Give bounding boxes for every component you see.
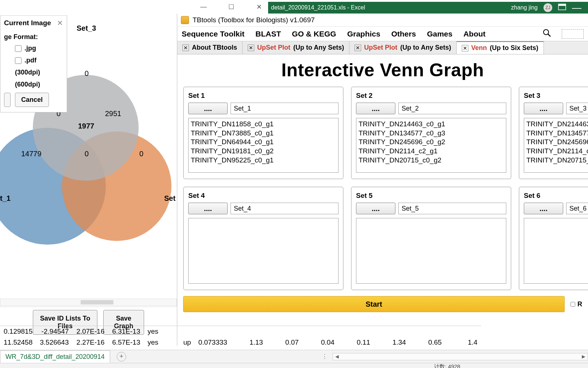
drop-area[interactable] [562, 29, 584, 39]
minimize-icon[interactable]: — [572, 2, 581, 14]
set-list-textarea[interactable] [356, 218, 506, 284]
cell[interactable]: -2.94547 [36, 326, 72, 337]
close-icon[interactable]: ✕ [252, 3, 266, 11]
tab-label: (Up to Any Sets) [293, 44, 344, 51]
set-name-label: Set 5 [356, 192, 506, 200]
browse-button[interactable]: .... [524, 203, 563, 214]
cell[interactable]: up [180, 337, 195, 348]
format-jpg-option[interactable]: .jpg [15, 45, 63, 52]
cell[interactable]: 6.57E-13 [108, 337, 144, 348]
tbtools-title: TBtools (Toolbox for Biologists) v1.0697 [193, 16, 315, 24]
set-name-input[interactable] [398, 103, 506, 114]
tab-venn[interactable]: ✕ Venn (Up to Six Sets) [457, 41, 544, 54]
svg-line-6 [548, 34, 550, 37]
cell[interactable]: 11.52458 [0, 337, 36, 348]
scroll-right-icon[interactable]: ► [580, 353, 588, 360]
browse-button[interactable]: .... [188, 103, 228, 114]
venn-value-23: 2951 [105, 110, 121, 118]
split-handle[interactable]: ⋮ [322, 353, 333, 360]
close-icon[interactable]: ✕ [57, 19, 63, 27]
table-row[interactable]: 0.129815 -2.94547 2.07E-16 6.31E-13 yes [0, 326, 481, 337]
browse-button[interactable]: .... [188, 203, 228, 214]
set-name-input[interactable] [231, 103, 339, 114]
cell[interactable]: 0.11 [338, 337, 374, 348]
svg-point-2 [0, 128, 106, 245]
set-name-label: Set 1 [188, 92, 339, 100]
close-icon[interactable]: ✕ [355, 45, 361, 51]
cell[interactable]: yes [144, 326, 180, 337]
horizontal-scrollbar[interactable]: ◄ ► [333, 353, 588, 360]
excel-username: zhang jing [511, 4, 538, 11]
r-option[interactable]: R [570, 300, 582, 308]
jpg-label: .jpg [24, 45, 36, 52]
cell[interactable]: 0.04 [302, 337, 338, 348]
cell[interactable]: 0.65 [410, 337, 445, 348]
menu-sequence-toolkit[interactable]: Sequence Toolkit [182, 30, 244, 38]
add-sheet-button[interactable]: + [117, 352, 126, 361]
start-button[interactable]: Start [183, 296, 565, 312]
maximize-icon[interactable]: ☐ [225, 3, 238, 11]
menu-games[interactable]: Games [427, 30, 452, 38]
tab-about-tbtools[interactable]: ✕ About TBtools [177, 41, 243, 54]
menu-others[interactable]: Others [391, 30, 416, 38]
cell[interactable]: yes [144, 337, 180, 348]
menu-graphics[interactable]: Graphics [347, 30, 380, 38]
set-name-input[interactable] [566, 203, 588, 214]
set-name-input[interactable] [231, 203, 339, 214]
set-list-textarea[interactable]: TRINITY_DN11858_c0_g1 TRINITY_DN73885_c0… [188, 118, 339, 173]
ok-button-partial[interactable] [4, 93, 11, 107]
cell[interactable]: 0.129815 [0, 326, 36, 337]
set-name-input[interactable] [398, 203, 506, 214]
set-panel-5: Set 5 .... [351, 187, 511, 290]
set-list-textarea[interactable]: TRINITY_DN214463_c0_g1 TRINITY_DN134577_… [356, 118, 506, 173]
tab-label: (Up to Any Sets) [400, 44, 451, 51]
cell[interactable]: 2.07E-16 [73, 326, 108, 337]
close-icon[interactable]: ✕ [182, 45, 189, 51]
table-row[interactable]: 11.52458 3.526643 2.27E-16 6.57E-13 yes … [0, 337, 481, 348]
close-icon[interactable]: ✕ [248, 45, 254, 51]
menu-go-kegg[interactable]: GO & KEGG [292, 30, 336, 38]
venn-page: Interactive Venn Graph Set 1 .... TRINIT… [177, 54, 588, 315]
set-name-input[interactable] [566, 103, 588, 114]
jpg-checkbox[interactable] [15, 45, 22, 52]
menu-about[interactable]: About [463, 30, 486, 38]
scroll-left-icon[interactable]: ◄ [333, 353, 341, 360]
close-icon[interactable]: ✕ [462, 45, 468, 51]
tab-upset-plot-1[interactable]: ✕ UpSet Plot (Up to Any Sets) [243, 41, 349, 54]
pdf-checkbox[interactable] [15, 57, 22, 64]
sheet-tab[interactable]: WR_7d&3D_diff_detail_20200914 [0, 350, 110, 363]
ribbon-options-icon[interactable] [558, 4, 566, 12]
cell[interactable]: 0.07 [267, 337, 302, 348]
cell[interactable]: 2.27E-16 [73, 337, 108, 348]
cell[interactable]: 3.526643 [36, 337, 72, 348]
status-count: 计数: 4928 [434, 363, 460, 368]
venn-label-set2: Set [164, 194, 175, 203]
horizontal-scrollbar[interactable] [0, 299, 177, 306]
svg-point-5 [543, 30, 549, 35]
set-list-textarea[interactable]: TRINITY_DN214463_c0_ TRINITY_DN134577_c0… [524, 118, 588, 173]
browse-button[interactable]: .... [356, 103, 395, 114]
cell[interactable]: 6.31E-13 [108, 326, 144, 337]
cell[interactable]: 1.34 [374, 337, 410, 348]
tabs-row: ✕ About TBtools ✕ UpSet Plot (Up to Any … [177, 41, 588, 54]
cell[interactable]: 0.073333 [195, 337, 231, 348]
tab-label: About TBtools [192, 44, 237, 51]
cell[interactable]: 1.13 [231, 337, 267, 348]
cell[interactable]: 1.4 [445, 337, 481, 348]
set-list-textarea[interactable] [188, 218, 339, 284]
browse-button[interactable]: .... [356, 203, 395, 214]
menu-blast[interactable]: BLAST [255, 30, 281, 38]
tab-label-red: UpSet Plot [364, 44, 397, 51]
user-avatar[interactable]: ZJ [543, 3, 552, 12]
format-pdf-option[interactable]: .pdf [15, 57, 63, 64]
set-list-textarea[interactable] [524, 218, 588, 284]
svg-point-3 [62, 131, 171, 241]
search-icon[interactable] [543, 29, 551, 39]
cancel-button[interactable]: Cancel [15, 93, 49, 107]
venn-value-set1only: 14779 [21, 150, 42, 158]
tab-upset-plot-2[interactable]: ✕ UpSet Plot (Up to Any Sets) [349, 41, 456, 54]
tbtools-titlebar: TBtools (Toolbox for Biologists) v1.0697 [177, 14, 588, 27]
minimize-icon[interactable]: — [197, 3, 210, 11]
r-checkbox[interactable] [570, 302, 575, 307]
browse-button[interactable]: .... [524, 103, 563, 114]
